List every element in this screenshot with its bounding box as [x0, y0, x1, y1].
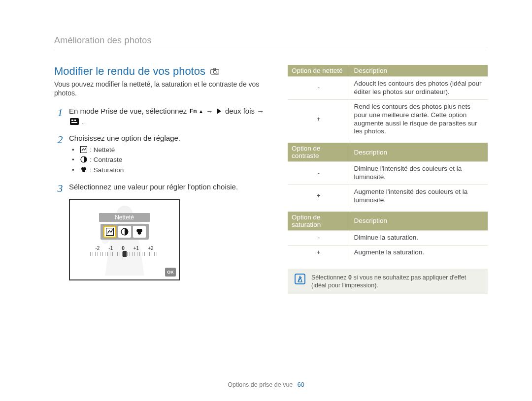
step-1-text-mid: deux fois →	[225, 107, 264, 115]
step-1-arrow-1: →	[206, 107, 215, 115]
fn-up-icon: Fn	[190, 108, 202, 115]
lcd-label: Netteté	[99, 213, 150, 222]
saturation-table: Option de saturation Description - Dimin…	[288, 212, 488, 260]
option-cell: -	[288, 162, 350, 185]
sublist-item-sharpness: : Netteté	[72, 145, 266, 155]
svg-point-19	[137, 231, 141, 235]
scale-tick: 0	[122, 246, 125, 251]
scale-tick: -1	[108, 246, 113, 251]
section-title: Modifier le rendu de vos photos p	[54, 65, 266, 78]
scale-tick: -2	[95, 246, 100, 251]
scale-tick: +1	[133, 246, 139, 251]
table-header: Option de netteté	[288, 65, 350, 77]
option-cell: +	[288, 99, 350, 139]
sublist-label: : Contraste	[88, 156, 123, 163]
desc-cell: Adoucit les contours des photos (idéal p…	[350, 77, 488, 100]
svg-point-13	[82, 169, 85, 172]
lcd-contrast-icon	[118, 226, 131, 238]
svg-rect-15	[106, 228, 113, 236]
desc-cell: Augmente la saturation.	[350, 245, 488, 259]
sublist-label: : Netteté	[88, 146, 115, 154]
saturation-icon	[80, 166, 87, 173]
option-cell: -	[288, 77, 350, 100]
step-1: En mode Prise de vue, sélectionnez Fn → …	[54, 106, 266, 126]
svg-rect-7	[74, 120, 76, 121]
sublist-label: : Saturation	[88, 166, 124, 174]
desc-cell: Diminue l'intensité des couleurs et la l…	[350, 162, 488, 185]
table-row: - Diminue la saturation.	[288, 230, 488, 245]
lcd-sharpness-icon	[103, 226, 116, 238]
option-cell: +	[288, 245, 350, 259]
forward-icon	[216, 108, 222, 115]
note-box: Sélectionnez 0 si vous ne souhaitez pas …	[288, 269, 488, 295]
running-head: Amélioration des photos	[54, 35, 488, 46]
step-2: Choisissez une option de réglage. : Nett…	[54, 133, 266, 175]
step-3-text: Sélectionnez une valeur pour régler l'op…	[69, 183, 238, 191]
contrast-icon	[80, 156, 87, 163]
page-number: 60	[298, 381, 304, 388]
step-2-text: Choisissez une option de réglage.	[69, 134, 180, 142]
svg-rect-6	[71, 120, 73, 121]
sublist-item-contrast: : Contraste	[72, 155, 266, 165]
table-row: + Rend les contours des photos plus nets…	[288, 99, 488, 139]
table-header: Option de contraste	[288, 143, 350, 162]
table-row: + Augmente la saturation.	[288, 245, 488, 259]
svg-rect-5	[70, 118, 79, 125]
lcd-saturation-icon	[133, 226, 146, 238]
sharpness-icon	[80, 146, 87, 153]
column-right: Option de netteté Description - Adoucit …	[288, 65, 488, 294]
note-icon	[295, 274, 305, 284]
table-header: Description	[350, 143, 488, 162]
option-cell: +	[288, 185, 350, 208]
adjust-panel-icon	[70, 118, 79, 125]
section-title-text: Modifier le rendu de vos photos	[54, 65, 205, 78]
svg-rect-9	[80, 147, 87, 153]
contrast-table: Option de contraste Description - Diminu…	[288, 143, 488, 208]
sharpness-table: Option de netteté Description - Adoucit …	[288, 65, 488, 139]
table-row: - Adoucit les contours des photos (idéal…	[288, 77, 488, 100]
lcd-ok-button: OK	[165, 268, 176, 277]
note-text-bold: 0	[348, 274, 352, 281]
lcd-scale: -2 -1 0 +1 +2	[90, 246, 159, 256]
option-cell: -	[288, 230, 350, 245]
scale-tick: +2	[148, 246, 153, 251]
desc-cell: Rend les contours des photos plus nets p…	[350, 99, 488, 139]
desc-cell: Diminue la saturation.	[350, 230, 488, 245]
camera-mode-icon: p	[210, 65, 219, 78]
table-header: Description	[350, 65, 488, 77]
camera-lcd-preview: Netteté -2	[69, 199, 180, 280]
svg-rect-8	[71, 122, 77, 123]
footer-section: Options de prise de vue	[228, 381, 293, 388]
table-row: + Augmente l'intensité des couleurs et l…	[288, 185, 488, 208]
column-left: Modifier le rendu de vos photos p Vous p…	[54, 65, 266, 294]
table-header: Description	[350, 212, 488, 231]
lcd-icon-row	[100, 224, 149, 240]
svg-text:Fn: Fn	[190, 108, 197, 115]
note-text-pre: Sélectionnez	[311, 274, 348, 281]
svg-rect-1	[213, 68, 216, 70]
divider	[54, 48, 488, 48]
desc-cell: Augmente l'intensité des couleurs et la …	[350, 185, 488, 208]
page-footer: Options de prise de vue 60	[0, 381, 532, 388]
svg-point-2	[213, 70, 216, 73]
sublist-item-saturation: : Saturation	[72, 165, 266, 175]
step-3: Sélectionnez une valeur pour régler l'op…	[54, 182, 266, 192]
step-1-text-pre: En mode Prise de vue, sélectionnez	[69, 107, 189, 115]
table-header: Option de saturation	[288, 212, 350, 231]
intro-paragraph: Vous pouvez modifier la netteté, la satu…	[54, 80, 266, 97]
table-row: - Diminue l'intensité des couleurs et la…	[288, 162, 488, 185]
step-1-text-post: .	[82, 117, 84, 125]
note-text: Sélectionnez 0 si vous ne souhaitez pas …	[311, 274, 481, 290]
